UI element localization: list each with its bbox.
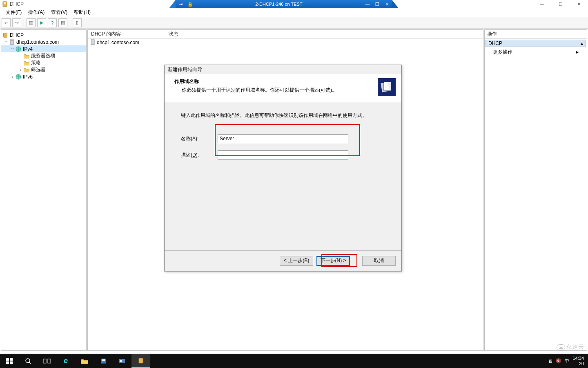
taskbar-explorer[interactable] — [75, 354, 94, 368]
tray-clock[interactable]: 14:34 20 — [572, 356, 584, 366]
wizard-logo-icon — [378, 78, 396, 96]
server-icon — [9, 39, 15, 45]
tree-ipv6[interactable]: › IPv6 — [1, 73, 86, 80]
tree-server-options-label: 服务器选项 — [31, 52, 56, 59]
wizard-heading: 作用域名称 — [174, 78, 378, 85]
app-icon — [2, 1, 8, 7]
tree-policies-label: 策略 — [31, 59, 41, 66]
watermark-text: 亿速云 — [567, 343, 584, 351]
svg-rect-20 — [102, 359, 105, 361]
collapse-icon[interactable]: ▴ — [581, 40, 583, 46]
back-button[interactable]: < 上一步(B) — [280, 256, 313, 266]
cloud-icon: ☁ — [557, 344, 565, 350]
menu-file[interactable]: 文件(F) — [2, 9, 25, 16]
actions-title: 操作 — [485, 30, 587, 39]
tree-server-options[interactable]: 服务器选项 — [1, 52, 86, 59]
tree-pane: DHCP ﹀ dhcp1.contoso.com ﹀ IPv4 服务器选项 策略… — [1, 29, 87, 351]
wizard-footer: < 上一步(B) 下一步(N) > 取消 — [165, 250, 401, 271]
list-item[interactable]: dhcp1.contoso.com — [88, 39, 483, 46]
tree-filters[interactable]: › 筛选器 — [1, 66, 86, 73]
svg-rect-3 — [10, 40, 13, 45]
start-button[interactable] — [0, 354, 19, 368]
vm-title: 2-DHCP1-246 on TEST — [195, 2, 363, 7]
tray-network-icon[interactable]: 🖥 — [548, 359, 552, 364]
tree-policies[interactable]: 策略 — [1, 59, 86, 66]
window-maximize-button[interactable]: ☐ — [551, 0, 570, 8]
tray-volume-icon[interactable]: 🔇 — [556, 358, 561, 364]
name-field[interactable] — [218, 134, 348, 143]
menu-help[interactable]: 帮助(H) — [71, 9, 94, 16]
svg-rect-17 — [43, 359, 46, 363]
globe-icon — [15, 74, 22, 80]
tray-date: 20 — [572, 361, 584, 366]
tree-root-dhcp[interactable]: DHCP — [1, 31, 86, 38]
search-button[interactable] — [19, 354, 38, 368]
collapse-icon[interactable]: ﹀ — [10, 46, 15, 52]
desc-field[interactable] — [218, 150, 348, 159]
toolbar-export-button[interactable]: ▶ — [37, 18, 46, 27]
svg-rect-11 — [6, 358, 9, 361]
new-scope-wizard-dialog: 新建作用域向导 作用域名称 你必须提供一个用于识别的作用域名称。你还可以提供一个… — [164, 65, 402, 272]
task-view-button[interactable] — [38, 354, 56, 368]
pin-icon[interactable]: ⇥ — [176, 2, 185, 7]
svg-rect-0 — [3, 2, 7, 7]
name-label: 名称(A): — [181, 135, 218, 142]
menu-view[interactable]: 查看(V) — [48, 9, 71, 16]
expand-icon[interactable]: › — [10, 74, 15, 79]
vm-minimize-button[interactable]: — — [363, 2, 372, 7]
svg-rect-23 — [139, 358, 143, 363]
window-close-button[interactable]: ✕ — [570, 0, 588, 8]
svg-rect-9 — [384, 82, 391, 91]
system-tray[interactable]: 🖥 🔇 中 14:34 20 — [548, 356, 588, 366]
toolbar-refresh-button[interactable]: ▯ — [73, 18, 82, 27]
list-header: DHCP 的内容 状态 — [88, 30, 483, 39]
cancel-button[interactable]: 取消 — [362, 256, 396, 266]
vm-connection-bar: ⇥ 🔒 2-DHCP1-246 on TEST — ❐ ✕ — [176, 0, 392, 8]
actions-more[interactable]: 更多操作 ▸ — [485, 48, 587, 56]
svg-rect-4 — [11, 40, 13, 41]
wizard-titlebar: 新建作用域向导 — [165, 65, 401, 74]
svg-rect-19 — [101, 359, 106, 364]
toolbar-back-button[interactable]: ⇦ — [2, 18, 11, 27]
next-button[interactable]: 下一步(N) > — [316, 256, 350, 266]
taskbar-dhcp[interactable] — [131, 354, 150, 368]
menu-bar: 文件(F) 操作(A) 查看(V) 帮助(H) — [0, 8, 588, 17]
tree-server[interactable]: ﹀ dhcp1.contoso.com — [1, 38, 86, 45]
actions-group-dhcp[interactable]: DHCP ▴ — [486, 40, 586, 47]
taskbar-server-manager[interactable] — [94, 354, 113, 368]
collapse-icon[interactable]: ﹀ — [4, 39, 9, 45]
svg-rect-13 — [6, 361, 9, 364]
wizard-intro: 键入此作用域的名称和描述。此信息可帮助你快速识别该作用域在网络中的使用方式。 — [181, 112, 385, 119]
toolbar-forward-button[interactable]: ⇨ — [12, 18, 21, 27]
menu-action[interactable]: 操作(A) — [25, 9, 48, 16]
tree-ipv4[interactable]: ﹀ IPv4 — [1, 45, 86, 52]
tray-ime[interactable]: 中 — [565, 358, 569, 364]
vm-close-button[interactable]: ✕ — [382, 2, 392, 7]
toolbar-help-button[interactable]: ? — [48, 18, 57, 27]
wizard-subheading: 你必须提供一个用于识别的作用域名称。你还可以提供一个描述(可选)。 — [174, 87, 378, 94]
vm-restore-button[interactable]: ❐ — [372, 2, 382, 7]
col-contents[interactable]: DHCP 的内容 — [88, 31, 165, 38]
form-row-desc: 描述(D): — [181, 147, 385, 163]
svg-rect-12 — [10, 358, 13, 361]
svg-line-16 — [29, 362, 31, 364]
taskbar-ie[interactable]: e — [56, 354, 75, 368]
list-item-label: dhcp1.contoso.com — [97, 40, 139, 45]
actions-pane: 操作 DHCP ▴ 更多操作 ▸ — [484, 29, 587, 351]
actions-more-label: 更多操作 — [493, 49, 512, 56]
taskbar-app2[interactable] — [113, 354, 131, 368]
desc-label: 描述(D): — [181, 152, 218, 159]
toolbar-show-hide-button[interactable]: ▥ — [27, 18, 36, 27]
expand-icon[interactable]: › — [18, 67, 23, 72]
col-status[interactable]: 状态 — [165, 31, 483, 38]
lock-icon[interactable]: 🔒 — [185, 2, 195, 7]
wizard-body: 键入此作用域的名称和描述。此信息可帮助你快速识别该作用域在网络中的使用方式。 名… — [165, 102, 401, 250]
svg-rect-14 — [10, 361, 13, 364]
folder-icon — [23, 60, 30, 66]
svg-rect-22 — [120, 360, 122, 362]
toolbar-properties-button[interactable]: ▤ — [58, 18, 67, 27]
dhcp-icon — [2, 32, 9, 38]
window-minimize-button[interactable]: — — [533, 0, 551, 8]
folder-icon — [23, 53, 30, 59]
form-row-name: 名称(A): — [181, 130, 385, 147]
